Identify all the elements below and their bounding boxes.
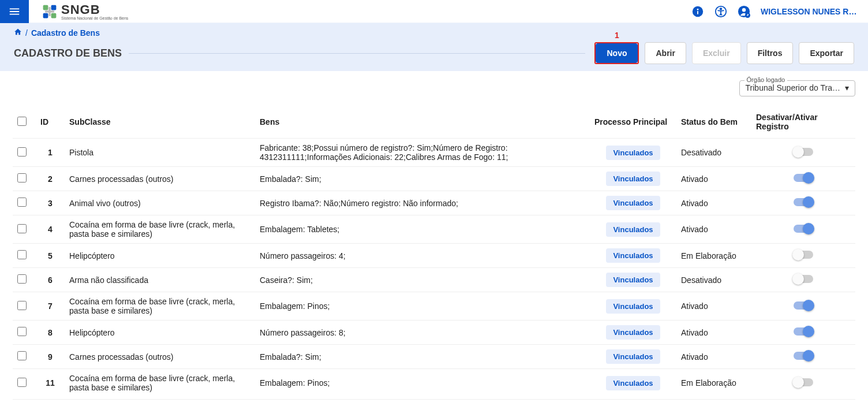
cell-subclasse: Helipcóptero (65, 244, 255, 268)
cell-bens: Número passageiros: 8; (255, 321, 590, 345)
novo-button[interactable]: Novo (596, 43, 638, 63)
row-checkbox[interactable] (17, 274, 27, 284)
exportar-button[interactable]: Exportar (799, 42, 854, 64)
cell-subclasse: Carnes processadas (outros) (65, 167, 255, 191)
toggle-switch[interactable] (794, 251, 813, 259)
vinculados-chip[interactable]: Vinculados (606, 325, 660, 340)
cell-id: 11 (36, 369, 65, 397)
toggle-switch[interactable] (794, 198, 813, 206)
breadcrumb-home[interactable] (14, 28, 22, 38)
svg-rect-1 (51, 5, 57, 10)
svg-point-12 (742, 8, 746, 12)
svg-point-10 (720, 8, 722, 10)
vinculados-chip[interactable]: Vinculados (606, 172, 660, 186)
svg-rect-2 (43, 13, 48, 18)
cell-status: Desativado (676, 139, 751, 167)
cell-bens: Embalagem: Pinos; (255, 292, 590, 321)
header-processo[interactable]: Processo Principal (590, 107, 676, 139)
toggle-switch[interactable] (794, 174, 813, 182)
highlight-marker: 1 (615, 31, 619, 40)
title-row: CADASTRO DE BENS 1 Novo Abrir Excluir Fi… (14, 42, 854, 64)
topbar: SNGB Sistema Nacional de Gestão de Bens … (0, 0, 868, 23)
vinculados-chip[interactable]: Vinculados (606, 299, 660, 314)
cell-status: Ativado (676, 215, 751, 244)
cell-subclasse: Cocaína em forma de base livre (crack, m… (65, 369, 255, 397)
cell-status: Em Elaboração (676, 244, 751, 268)
user-name[interactable]: WIGLESSON NUNES RO… (761, 7, 859, 16)
user-icon[interactable] (738, 5, 750, 18)
row-checkbox[interactable] (17, 250, 27, 259)
title-divider (129, 53, 585, 54)
info-icon[interactable] (691, 5, 704, 18)
accessibility-icon[interactable] (714, 5, 727, 18)
orgao-label: Órgão logado (744, 76, 788, 83)
toggle-switch[interactable] (794, 148, 813, 156)
cell-id: 8 (36, 321, 65, 345)
orgao-select[interactable]: Órgão logado Tribunal Superior do Tra… ▾ (739, 80, 855, 96)
row-checkbox[interactable] (17, 198, 27, 207)
row-checkbox[interactable] (17, 351, 27, 360)
table-row[interactable]: 11Cocaína em forma de base livre (crack,… (13, 369, 855, 397)
vinculados-chip[interactable]: Vinculados (606, 273, 660, 287)
cell-bens: Número passageiros: 4; (255, 244, 590, 268)
toggle-switch[interactable] (794, 301, 813, 310)
cell-subclasse: Cocaína em forma de base livre (crack, m… (65, 292, 255, 321)
toggle-switch[interactable] (794, 352, 813, 360)
table-row[interactable]: 4Cocaína em forma de base livre (crack, … (13, 215, 855, 244)
logo[interactable]: SNGB Sistema Nacional de Gestão de Bens (42, 2, 128, 20)
breadcrumb-current[interactable]: Cadastro de Bens (31, 28, 100, 38)
cell-id: 7 (36, 292, 65, 321)
logo-subtitle: Sistema Nacional de Gestão de Bens (61, 16, 128, 20)
row-checkbox[interactable] (17, 224, 27, 233)
vinculados-chip[interactable]: Vinculados (606, 222, 660, 237)
table-row[interactable]: 6Arma não classificadaCaseira?: Sim;Vinc… (13, 268, 855, 292)
page-title: CADASTRO DE BENS (14, 47, 122, 59)
filtros-button[interactable]: Filtros (747, 42, 794, 64)
cell-bens: Fabricante: 38;Possui número de registro… (255, 139, 590, 167)
vinculados-chip[interactable]: Vinculados (606, 349, 660, 364)
caret-down-icon: ▾ (845, 83, 849, 92)
select-all-checkbox[interactable] (17, 117, 27, 126)
table-row[interactable]: 3Animal vivo (outros)Registro Ibama?: Nã… (13, 191, 855, 215)
row-checkbox[interactable] (17, 301, 27, 310)
cell-id: 1 (36, 139, 65, 167)
content: Órgão logado Tribunal Superior do Tra… ▾… (0, 71, 868, 406)
vinculados-chip[interactable]: Vinculados (606, 146, 660, 160)
cell-status: Ativado (676, 167, 751, 191)
excluir-button: Excluir (692, 42, 741, 64)
vinculados-chip[interactable]: Vinculados (606, 248, 660, 263)
table-row[interactable]: 7Cocaína em forma de base livre (crack, … (13, 292, 855, 321)
header-subclasse[interactable]: SubClasse (65, 107, 255, 139)
row-checkbox[interactable] (17, 327, 27, 336)
toggle-switch[interactable] (794, 225, 813, 233)
row-checkbox[interactable] (17, 147, 27, 157)
menu-button[interactable] (0, 0, 29, 23)
header-toggle[interactable]: Desativar/Ativar Registro (751, 107, 855, 139)
row-checkbox[interactable] (17, 378, 27, 387)
svg-rect-8 (697, 11, 698, 14)
row-checkbox[interactable] (17, 173, 27, 182)
header-bens[interactable]: Bens (255, 107, 590, 139)
table-row[interactable]: 5HelipcópteroNúmero passageiros: 4;Vincu… (13, 244, 855, 268)
toggle-switch[interactable] (794, 378, 813, 386)
toggle-switch[interactable] (794, 275, 813, 283)
cell-status: Ativado (676, 345, 751, 369)
data-table: ID SubClasse Bens Processo Principal Sta… (13, 107, 855, 397)
svg-rect-0 (43, 5, 48, 10)
header-status[interactable]: Status do Bem (676, 107, 751, 139)
toggle-switch[interactable] (794, 327, 813, 336)
orgao-value: Tribunal Superior do Tra… (746, 83, 840, 92)
logo-text: SNGB (61, 2, 128, 17)
breadcrumb: / Cadastro de Bens (14, 28, 854, 38)
cell-status: Desativado (676, 268, 751, 292)
abrir-button[interactable]: Abrir (645, 42, 686, 64)
vinculados-chip[interactable]: Vinculados (606, 196, 660, 210)
table-row[interactable]: 2Carnes processadas (outros)Embalada?: S… (13, 167, 855, 191)
vinculados-chip[interactable]: Vinculados (606, 376, 660, 390)
header-id[interactable]: ID (36, 107, 65, 139)
table-row[interactable]: 9Carnes processadas (outros)Embalada?: S… (13, 345, 855, 369)
cell-status: Em Elaboração (676, 369, 751, 397)
table-row[interactable]: 8HelipcópteroNúmero passageiros: 8;Vincu… (13, 321, 855, 345)
header-area: / Cadastro de Bens CADASTRO DE BENS 1 No… (0, 23, 868, 71)
table-row[interactable]: 1PistolaFabricante: 38;Possui número de … (13, 139, 855, 167)
